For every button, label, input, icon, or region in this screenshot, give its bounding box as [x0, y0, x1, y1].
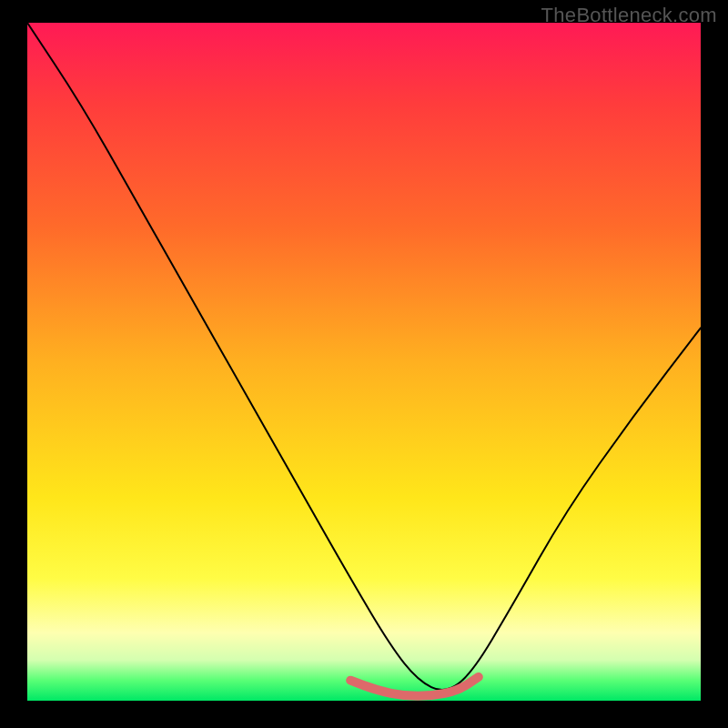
- chart-frame: TheBottleneck.com: [0, 0, 728, 728]
- curves-svg: [27, 23, 701, 701]
- bottleneck-curve: [27, 23, 701, 690]
- optimal-range-curve: [350, 677, 479, 696]
- watermark-text: TheBottleneck.com: [541, 4, 717, 27]
- plot-area: [27, 23, 701, 701]
